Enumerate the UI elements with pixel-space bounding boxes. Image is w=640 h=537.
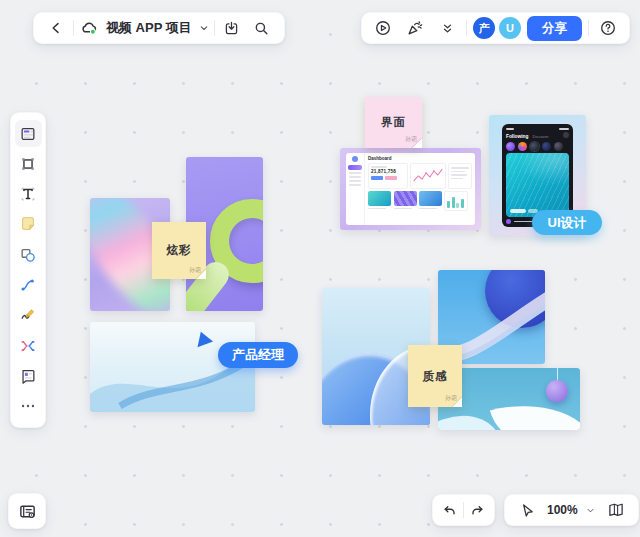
thumb-teal: [368, 191, 391, 206]
document-title[interactable]: 视频 APP 项目: [106, 19, 192, 37]
image-dashboard-mockup[interactable]: Dashboard 21,871,758: [340, 148, 481, 230]
cursor-tool-button[interactable]: [514, 497, 540, 523]
history-controls: [432, 494, 495, 526]
tool-connector[interactable]: [15, 272, 42, 299]
sticky-note-jiemian[interactable]: 界面 孙霜: [365, 97, 422, 148]
tag-ui-design[interactable]: UI设计: [532, 210, 602, 235]
sticky-note-xuancai[interactable]: 炫彩 孙霜: [152, 222, 206, 279]
thumb-blue: [419, 191, 442, 206]
present-button[interactable]: [370, 15, 396, 41]
placeholder-bar: [371, 166, 387, 168]
zoom-chevron-icon[interactable]: [585, 505, 596, 516]
sticky-note-author: 孙霜: [189, 266, 201, 275]
placeholder-bar: [349, 172, 361, 174]
collaborator-avatar[interactable]: U: [499, 17, 521, 39]
avatar-initial: U: [506, 22, 514, 34]
tool-pen[interactable]: [15, 302, 42, 329]
placeholder-bar: [419, 208, 437, 209]
bar-decor: [447, 201, 450, 208]
sidebar-active-pill: [348, 165, 362, 170]
placeholder-bar: [451, 178, 463, 180]
line-chart-decor: [413, 166, 443, 186]
tab-following: Following: [506, 134, 528, 139]
story-avatar: [542, 142, 551, 151]
sync-status[interactable]: [78, 15, 100, 41]
minimap-book-icon: [607, 501, 625, 519]
dashboard-card: Dashboard 21,871,758: [346, 153, 475, 225]
placeholder-bar: [349, 176, 361, 178]
stories-row: [506, 142, 569, 151]
tool-sticky-note[interactable]: [15, 211, 42, 238]
profile-dot: [563, 132, 569, 138]
sticky-note-zhigan[interactable]: 质感 孙霜: [408, 345, 462, 407]
shapes-icon: [19, 246, 37, 264]
tool-shapes[interactable]: [15, 241, 42, 268]
avatar-initial: 产: [479, 21, 490, 36]
placeholder-bar: [559, 128, 569, 130]
placeholder-bar: [451, 171, 465, 173]
back-chevron-icon: [48, 20, 64, 36]
placeholder-bar: [510, 209, 526, 213]
tool-templates[interactable]: [15, 120, 42, 147]
notes-panel-button[interactable]: [8, 493, 46, 529]
mindmap-icon: [19, 337, 37, 355]
bar-decor: [461, 199, 464, 208]
laser-pointer-icon: [406, 19, 424, 37]
tool-mindmap[interactable]: [15, 332, 42, 359]
undo-icon: [441, 502, 458, 519]
bar-chart-card: [444, 191, 468, 211]
export-button[interactable]: [219, 15, 245, 41]
back-button[interactable]: [43, 15, 69, 41]
divider: [588, 20, 589, 36]
redo-icon: [469, 502, 486, 519]
more-dots-icon: [19, 397, 37, 415]
sticky-note-text: 炫彩: [167, 243, 192, 258]
tab-discover: Discover: [532, 134, 559, 139]
user-dot: [506, 219, 511, 224]
tool-text[interactable]: [15, 181, 42, 208]
search-button[interactable]: [249, 15, 275, 41]
collapse-toolbar-button[interactable]: [434, 15, 460, 41]
laser-pointer-button[interactable]: [402, 15, 428, 41]
chevron-down-icon[interactable]: [198, 22, 210, 34]
whiteboard-canvas[interactable]: Dashboard 21,871,758: [0, 0, 640, 537]
redo-button[interactable]: [464, 497, 491, 523]
undo-button[interactable]: [436, 497, 463, 523]
phone-tabs: Following Discover: [506, 132, 569, 139]
minimap-button[interactable]: [603, 497, 629, 523]
thumb-row: [368, 191, 442, 209]
dashboard-main: Dashboard 21,871,758: [365, 153, 475, 225]
divider: [466, 20, 467, 36]
help-icon: [599, 19, 617, 37]
status-bar: [506, 128, 569, 130]
tool-card[interactable]: [15, 363, 42, 390]
thumb-purple: [394, 191, 417, 206]
tool-rail: [10, 112, 46, 428]
help-button[interactable]: [595, 15, 621, 41]
divider: [73, 20, 74, 36]
dashboard-sidebar: [346, 153, 365, 225]
sticky-note-icon: [19, 215, 37, 233]
line-chart-card: [410, 163, 446, 189]
search-icon: [253, 20, 270, 37]
double-chevron-down-icon: [440, 21, 455, 36]
collaborator-avatar[interactable]: 产: [473, 17, 495, 39]
story-avatar: [506, 142, 515, 151]
dashboard-title: Dashboard: [368, 156, 472, 161]
list-card: [448, 163, 472, 189]
feed-image: [506, 153, 569, 216]
zoom-level[interactable]: 100%: [547, 503, 578, 517]
sticky-note-text: 界面: [381, 115, 406, 130]
collaboration-toolbar: 产 U 分享: [361, 12, 630, 44]
export-download-icon: [223, 20, 240, 37]
sticky-note-author: 孙霜: [445, 394, 457, 403]
bar-decor: [456, 203, 459, 208]
share-button[interactable]: 分享: [527, 16, 582, 41]
pen-icon: [19, 306, 37, 324]
tool-frame[interactable]: [15, 150, 42, 177]
tag-product-manager[interactable]: 产品经理: [218, 342, 298, 368]
tool-more[interactable]: [15, 393, 42, 420]
divider: [214, 20, 215, 36]
connector-icon: [19, 276, 37, 294]
present-play-icon: [374, 19, 392, 37]
